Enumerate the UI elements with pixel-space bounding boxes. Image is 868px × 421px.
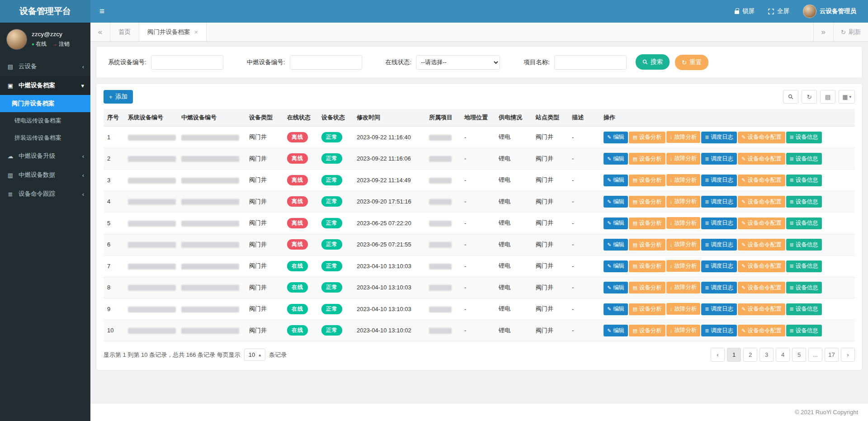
row-action-设备分析[interactable]: ▤设备分析 [629, 325, 665, 336]
row-action-编辑[interactable]: ✎编辑 [604, 282, 628, 293]
row-action-设备信息[interactable]: ≣设备信息 [786, 153, 822, 165]
table-refresh-button[interactable]: ↻ [802, 90, 817, 104]
page-size-select[interactable]: 10 ▴ [244, 349, 266, 361]
hamburger-menu-icon[interactable]: ≡ [90, 0, 113, 23]
row-action-故障分析[interactable]: ↓故障分析 [666, 153, 701, 165]
tabs-scroll-left-button[interactable]: « [90, 23, 110, 41]
row-action-调度日志[interactable]: ≣调度日志 [701, 325, 737, 336]
sidebar-item-device-upgrade[interactable]: ☁ 中燃设备升级 ‹ [0, 147, 90, 166]
row-action-设备命令配置[interactable]: ✎设备命令配置 [738, 239, 785, 251]
tabs-scroll-right-button[interactable]: » [813, 23, 833, 41]
sidebar-item-assembled-remote-archive[interactable]: 拼装远传设备档案 [0, 129, 90, 147]
row-action-设备信息[interactable]: ≣设备信息 [786, 282, 822, 293]
tab-home[interactable]: 首页 [110, 23, 139, 41]
row-action-设备信息[interactable]: ≣设备信息 [786, 239, 822, 251]
table-search-toggle-button[interactable] [783, 90, 798, 104]
pagination-page-5[interactable]: 5 [792, 348, 806, 362]
table-export-button[interactable]: ▤ [820, 90, 835, 104]
row-action-设备命令配置[interactable]: ✎设备命令配置 [738, 303, 785, 315]
sidebar-item-cloud-devices[interactable]: ▤ 云设备 ‹ [0, 57, 90, 76]
online-status-select[interactable]: --请选择-- [416, 55, 500, 70]
row-action-设备信息[interactable]: ≣设备信息 [786, 303, 822, 315]
row-action-故障分析[interactable]: ↓故障分析 [666, 217, 701, 229]
sidebar-item-device-archive[interactable]: ▣ 中燃设备档案 ▾ [0, 76, 90, 95]
row-action-设备信息[interactable]: ≣设备信息 [786, 175, 822, 186]
row-action-调度日志[interactable]: ≣调度日志 [701, 260, 737, 272]
row-action-设备命令配置[interactable]: ✎设备命令配置 [738, 282, 785, 293]
row-action-设备信息[interactable]: ≣设备信息 [786, 325, 822, 336]
logout-link[interactable]: →注销 [52, 40, 70, 48]
row-action-编辑[interactable]: ✎编辑 [604, 196, 628, 208]
row-action-调度日志[interactable]: ≣调度日志 [701, 153, 737, 165]
row-action-编辑[interactable]: ✎编辑 [604, 153, 628, 165]
row-action-故障分析[interactable]: ↓故障分析 [666, 260, 701, 272]
add-button[interactable]: + 添加 [104, 90, 133, 104]
row-action-设备信息[interactable]: ≣设备信息 [786, 132, 822, 143]
row-action-故障分析[interactable]: ↓故障分析 [666, 131, 701, 143]
system-device-no-input[interactable] [151, 55, 223, 70]
row-action-设备信息[interactable]: ≣设备信息 [786, 196, 822, 208]
row-action-设备命令配置[interactable]: ✎设备命令配置 [738, 218, 785, 229]
table-columns-button[interactable]: ▦ ▾ [839, 90, 855, 104]
row-action-故障分析[interactable]: ↓故障分析 [666, 239, 701, 251]
sidebar-item-device-data[interactable]: ▥ 中燃设备数据 ‹ [0, 166, 90, 184]
pagination-page-4[interactable]: 4 [776, 348, 790, 362]
row-action-故障分析[interactable]: ↓故障分析 [666, 174, 701, 186]
row-action-编辑[interactable]: ✎编辑 [604, 260, 628, 272]
row-action-设备分析[interactable]: ▤设备分析 [629, 218, 665, 229]
row-action-编辑[interactable]: ✎编辑 [604, 239, 628, 251]
pagination-next[interactable]: › [841, 348, 855, 362]
row-action-调度日志[interactable]: ≣调度日志 [701, 239, 737, 251]
row-action-调度日志[interactable]: ≣调度日志 [701, 218, 737, 229]
row-action-编辑[interactable]: ✎编辑 [604, 303, 628, 315]
search-button[interactable]: 搜索 [636, 54, 670, 70]
close-icon[interactable]: × [194, 28, 198, 36]
row-action-设备命令配置[interactable]: ✎设备命令配置 [738, 196, 785, 208]
row-action-编辑[interactable]: ✎编辑 [604, 175, 628, 186]
row-action-设备分析[interactable]: ▤设备分析 [629, 175, 665, 186]
row-action-设备分析[interactable]: ▤设备分析 [629, 282, 665, 293]
pagination-page-...[interactable]: ... [808, 348, 822, 362]
project-name-input[interactable] [554, 55, 627, 70]
pagination-page-1[interactable]: 1 [727, 348, 741, 362]
row-action-调度日志[interactable]: ≣调度日志 [701, 175, 737, 186]
row-action-编辑[interactable]: ✎编辑 [604, 132, 628, 143]
row-action-设备分析[interactable]: ▤设备分析 [629, 303, 665, 315]
fullscreen-button[interactable]: 全屏 [768, 7, 789, 15]
pagination-page-17[interactable]: 17 [825, 348, 839, 362]
tab-valve-well-archive[interactable]: 阀门井设备档案 × [139, 23, 207, 41]
row-action-编辑[interactable]: ✎编辑 [604, 218, 628, 229]
row-action-调度日志[interactable]: ≣调度日志 [701, 132, 737, 143]
row-action-故障分析[interactable]: ↓故障分析 [666, 282, 701, 293]
sidebar-item-valve-well-archive[interactable]: 阀门井设备档案 [0, 95, 90, 112]
row-action-设备分析[interactable]: ▤设备分析 [629, 153, 665, 165]
row-action-调度日志[interactable]: ≣调度日志 [701, 196, 737, 208]
row-action-设备信息[interactable]: ≣设备信息 [786, 260, 822, 272]
reset-button[interactable]: ↻ 重置 [675, 55, 708, 70]
row-action-设备分析[interactable]: ▤设备分析 [629, 260, 665, 272]
user-menu[interactable]: 云设备管理员 [803, 5, 856, 18]
row-action-故障分析[interactable]: ↓故障分析 [666, 196, 701, 208]
row-action-故障分析[interactable]: ↓故障分析 [666, 325, 701, 336]
sidebar-item-command-trace[interactable]: ≣ 设备命令跟踪 ‹ [0, 184, 90, 203]
row-action-设备命令配置[interactable]: ✎设备命令配置 [738, 153, 785, 165]
pagination-prev[interactable]: ‹ [711, 348, 725, 362]
row-action-设备命令配置[interactable]: ✎设备命令配置 [738, 175, 785, 186]
row-action-设备命令配置[interactable]: ✎设备命令配置 [738, 325, 785, 336]
row-action-设备分析[interactable]: ▤设备分析 [629, 132, 665, 143]
row-action-设备命令配置[interactable]: ✎设备命令配置 [738, 260, 785, 272]
pagination-page-2[interactable]: 2 [743, 348, 757, 362]
row-action-设备命令配置[interactable]: ✎设备命令配置 [738, 132, 785, 143]
row-action-调度日志[interactable]: ≣调度日志 [701, 303, 737, 315]
sidebar-item-lithium-remote-archive[interactable]: 锂电远传设备档案 [0, 112, 90, 129]
row-action-编辑[interactable]: ✎编辑 [604, 325, 628, 336]
gas-device-no-input[interactable] [290, 55, 362, 70]
lock-screen-button[interactable]: 锁屏 [735, 7, 755, 15]
row-action-调度日志[interactable]: ≣调度日志 [701, 282, 737, 293]
row-action-故障分析[interactable]: ↓故障分析 [666, 303, 701, 315]
row-action-设备分析[interactable]: ▤设备分析 [629, 239, 665, 251]
row-action-设备分析[interactable]: ▤设备分析 [629, 196, 665, 208]
refresh-tab-button[interactable]: ↻ 刷新 [833, 23, 868, 41]
row-action-设备信息[interactable]: ≣设备信息 [786, 218, 822, 229]
pagination-page-3[interactable]: 3 [760, 348, 774, 362]
